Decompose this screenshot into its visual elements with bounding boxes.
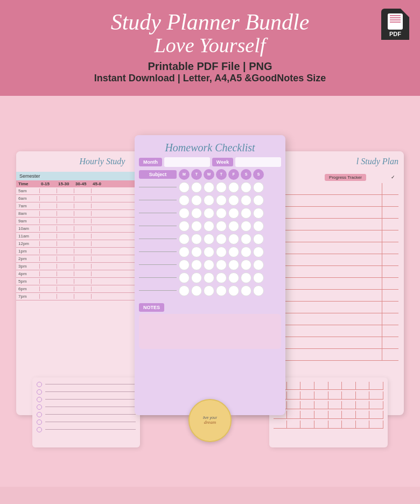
day-header-M: M [179, 169, 190, 180]
check-icon: ✓ [388, 174, 398, 180]
notes-section: NOTES [139, 302, 281, 349]
mini-grid-row [274, 401, 383, 409]
center-card-header: Homework Checklist [135, 135, 285, 157]
center-card-title: Homework Checklist [139, 142, 281, 154]
pdf-icon: PDF [381, 9, 409, 40]
subject-days-header: Subject M T W T F S S [135, 169, 285, 182]
bottom-right-card [269, 377, 388, 447]
mini-grid-row [274, 391, 383, 400]
checklist-item [139, 285, 281, 296]
mini-list-item [37, 397, 136, 402]
day-header-W: W [204, 169, 214, 180]
month-badge: Month [139, 158, 162, 166]
checklist-item [139, 221, 281, 232]
progress-tracker-label: Progress Tracker [325, 174, 366, 181]
notes-box [139, 314, 281, 349]
homework-checklist-card: Homework Checklist Month Week Subject M … [135, 135, 285, 415]
checklist-item [139, 260, 281, 270]
checklist-item [139, 272, 281, 283]
th-time: Time [18, 181, 40, 186]
pdf-doc-icon [388, 13, 403, 30]
day-header-T: T [191, 169, 202, 180]
watermark-badge: live your dream [188, 399, 232, 442]
mini-grid-row [274, 411, 383, 419]
subject-badge: Subject [139, 170, 177, 179]
mini-list-item [37, 412, 136, 417]
day-circles [179, 247, 264, 257]
checklist-item [139, 208, 281, 219]
main-content: Hourly Study Semester Time 0-15 15-30 30… [0, 96, 420, 487]
day-circles-header: M T W T F S S [179, 169, 264, 180]
mini-list-item [37, 389, 136, 395]
watermark-text1: live your [203, 416, 217, 419]
month-week-row: Month Week [135, 157, 285, 169]
mini-list-item [37, 427, 136, 432]
checklist-item [139, 182, 281, 193]
day-header-S2: S [253, 169, 264, 180]
day-circles [179, 285, 264, 296]
day-circles [179, 260, 264, 270]
semester-label: Semester [19, 173, 40, 179]
page-header: PDF Study Planner Bundle Love Yourself P… [0, 0, 420, 96]
mini-list-item [37, 382, 136, 387]
subtitle2: Instant Download | Letter, A4,A5 &GoodNo… [11, 73, 409, 84]
checklist-item [139, 234, 281, 244]
checklist-item [139, 195, 281, 206]
mini-list-item [37, 419, 136, 425]
week-badge: Week [212, 158, 233, 166]
day-header-T2: T [216, 169, 227, 180]
week-input [235, 157, 281, 167]
cards-container: Hourly Study Semester Time 0-15 15-30 30… [16, 135, 404, 447]
notes-label: NOTES [139, 303, 164, 312]
checklist-item [139, 247, 281, 257]
day-circles [179, 221, 264, 232]
bottom-left-card [32, 377, 140, 447]
day-circles [179, 208, 264, 219]
month-input [164, 157, 210, 167]
day-circles [179, 195, 264, 206]
mini-grid-row [274, 382, 383, 390]
checklist-rows [135, 182, 285, 296]
subtitle1: Printable PDF File | PNG [11, 60, 409, 73]
day-circles [179, 272, 264, 283]
day-header-F: F [228, 169, 239, 180]
th-015: 0-15 [41, 181, 57, 186]
main-title1: Study Planner Bundle [11, 10, 409, 34]
main-title2: Love Yourself [11, 34, 409, 57]
mini-grid-row [274, 421, 383, 429]
th-450: 45-0 [93, 181, 109, 186]
watermark-text2: dream [204, 419, 216, 425]
pdf-label: PDF [389, 31, 401, 37]
mini-list-item [37, 404, 136, 410]
day-header-S: S [241, 169, 251, 180]
th-3045: 30-45 [75, 181, 92, 186]
day-circles [179, 234, 264, 244]
day-circles [179, 182, 264, 193]
th-1530: 15-30 [58, 181, 74, 186]
